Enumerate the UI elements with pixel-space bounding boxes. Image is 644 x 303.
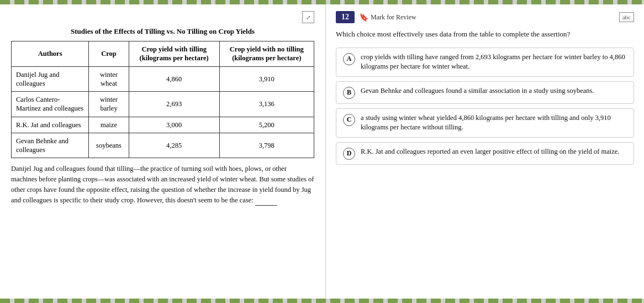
col-header-crop: Crop: [89, 41, 129, 67]
choice-text-b: Gevan Behnke and colleagues found a simi…: [361, 86, 594, 96]
app-container: ⤢ Studies of the Effects of Tilling vs. …: [0, 0, 644, 303]
cell-authors: R.K. Jat and colleagues: [12, 117, 89, 133]
bookmark-icon: 🔖: [359, 13, 368, 22]
passage-text: Danijel Jug and colleagues found that ti…: [11, 164, 314, 206]
passage-blank: [255, 195, 277, 206]
table-row: Danijel Jug and colleagueswinter wheat4,…: [12, 66, 314, 92]
cell-crop: winter wheat: [89, 66, 129, 92]
left-panel: ⤢ Studies of the Effects of Tilling vs. …: [0, 4, 326, 299]
cell-authors: Danijel Jug and colleagues: [12, 66, 89, 92]
col-header-authors: Authors: [12, 41, 89, 67]
choice-letter-d: D: [343, 148, 355, 160]
passage-content: Danijel Jug and colleagues found that ti…: [11, 165, 314, 203]
table-row: Carlos Cantero-Martínez and colleagueswi…: [12, 92, 314, 117]
col-header-no-tilling: Crop yield with no tilling (kilograms pe…: [219, 41, 314, 67]
right-panel: 12 🔖 Mark for Review abc Which choice mo…: [326, 4, 644, 299]
cell-authors: Gevan Behnke and colleagues: [12, 133, 89, 158]
answer-choice-a[interactable]: Acrop yields with tilling have ranged fr…: [336, 48, 634, 77]
answer-choice-c[interactable]: Ca study using winter wheat yielded 4,86…: [336, 108, 634, 138]
choice-letter-a: A: [343, 53, 355, 65]
question-number: 12: [336, 11, 355, 23]
choices-container: Acrop yields with tilling have ranged fr…: [336, 48, 634, 165]
cell-crop: winter barley: [89, 92, 129, 117]
choice-letter-b: B: [343, 87, 355, 99]
choice-text-d: R.K. Jat and colleagues reported an even…: [361, 147, 619, 157]
table-row: Gevan Behnke and colleaguessoybeans4,285…: [12, 133, 314, 158]
question-header: 12 🔖 Mark for Review abc: [336, 11, 634, 23]
bottom-decorative-bar: [0, 299, 644, 303]
main-content: ⤢ Studies of the Effects of Tilling vs. …: [0, 4, 644, 299]
cell-authors: Carlos Cantero-Martínez and colleagues: [12, 92, 89, 117]
table-row: R.K. Jat and colleaguesmaize3,0005,200: [12, 117, 314, 133]
cell-crop: maize: [89, 117, 129, 133]
top-decorative-bar: [0, 0, 644, 4]
data-table: Authors Crop Crop yield with tilling (ki…: [11, 41, 314, 158]
question-text: Which choice most effectively uses data …: [336, 29, 634, 40]
cell-no-tilling: 3,910: [219, 66, 314, 92]
cell-no-tilling: 3,136: [219, 92, 314, 117]
left-panel-header: ⤢: [11, 11, 314, 23]
abc-icon[interactable]: abc: [619, 12, 634, 22]
cell-tilling: 4,285: [129, 133, 219, 158]
choice-text-c: a study using winter wheat yielded 4,860…: [361, 113, 627, 133]
mark-review-label: Mark for Review: [371, 13, 416, 22]
cell-tilling: 3,000: [129, 117, 219, 133]
table-title: Studies of the Effects of Tilling vs. No…: [11, 27, 314, 36]
cell-no-tilling: 5,200: [219, 117, 314, 133]
col-header-tilling: Crop yield with tilling (kilograms per h…: [129, 41, 219, 67]
cell-crop: soybeans: [89, 133, 129, 158]
choice-text-a: crop yields with tilling have ranged fro…: [361, 53, 627, 72]
answer-choice-b[interactable]: BGevan Behnke and colleagues found a sim…: [336, 81, 634, 104]
choice-letter-c: C: [343, 114, 355, 126]
answer-choice-d[interactable]: DR.K. Jat and colleagues reported an eve…: [336, 142, 634, 165]
cell-tilling: 4,860: [129, 66, 219, 92]
expand-icon[interactable]: ⤢: [302, 11, 314, 23]
mark-review-button[interactable]: 🔖 Mark for Review: [359, 13, 416, 22]
cell-tilling: 2,693: [129, 92, 219, 117]
cell-no-tilling: 3,798: [219, 133, 314, 158]
